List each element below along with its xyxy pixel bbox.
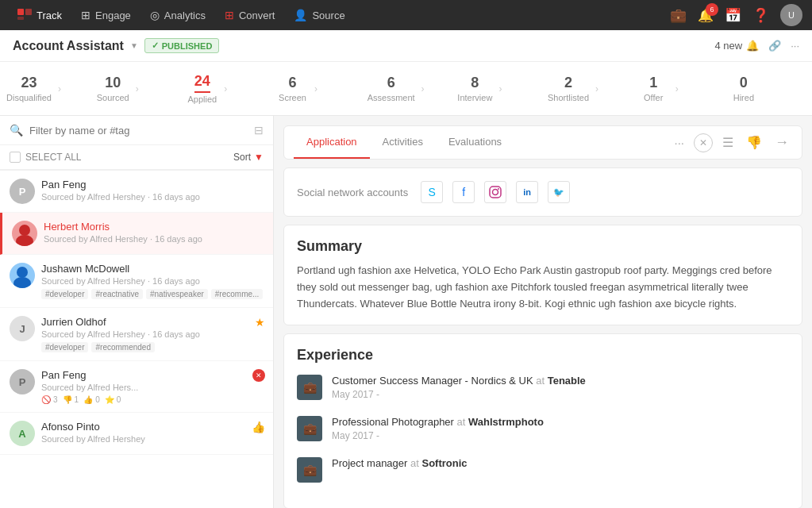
facebook-icon[interactable]: f [452, 181, 475, 203]
nav-engage[interactable]: ⊞ Engage [73, 4, 139, 26]
right-panel: Application Activities Evaluations ··· ✕… [274, 116, 812, 508]
skype-icon[interactable]: S [421, 181, 443, 203]
experience-item: 💼 Customer Success Manager - Nordics & U… [297, 375, 789, 403]
left-panel: 🔍 ⊟ SELECT ALL Sort ▼ P Pan Feng Sourced… [0, 116, 274, 508]
linkedin-icon[interactable]: in [516, 181, 538, 203]
star-icon: ⭐ [105, 395, 114, 404]
pipeline-step-disqualified[interactable]: 23 Disqualified › [0, 71, 90, 106]
tab-application[interactable]: Application [294, 126, 370, 159]
step-label: Offer [644, 93, 663, 102]
arrow-icon: › [498, 83, 502, 94]
main: 🔍 ⊟ SELECT ALL Sort ▼ P Pan Feng Sourced… [0, 116, 812, 508]
step-label: Disqualified [6, 93, 52, 102]
score-thumbup: 👍 0 [83, 395, 100, 404]
block-icon: 🚫 [41, 395, 51, 404]
share-icon[interactable]: 🔗 [768, 40, 781, 52]
select-all-label: SELECT ALL [25, 152, 82, 163]
bell-icon[interactable]: 🔔 [746, 40, 759, 52]
step-count: 23 [21, 75, 37, 91]
forward-arrow-icon[interactable]: → [772, 131, 792, 154]
candidate-item[interactable]: P Pan Feng Sourced by Alfred Hers... 🚫 3… [0, 361, 273, 413]
svg-rect-0 [17, 9, 24, 15]
pipeline-step-hired[interactable]: 0 Hired [722, 71, 812, 106]
arrow-icon: › [595, 83, 598, 94]
step-label: Interview [457, 93, 492, 102]
step-count: 10 [105, 75, 121, 91]
tab-evaluations[interactable]: Evaluations [436, 126, 514, 159]
search-input[interactable] [29, 125, 248, 137]
close-icon[interactable]: ✕ [694, 133, 713, 152]
instagram-icon[interactable] [484, 181, 506, 203]
svg-point-4 [16, 235, 33, 246]
help-icon[interactable]: ❓ [752, 7, 769, 24]
thumbup-icon: 👍 [83, 395, 93, 404]
nav-source[interactable]: 👤 Source [286, 4, 352, 26]
filter-icon[interactable]: ⊟ [254, 124, 264, 137]
checklist-icon[interactable]: ☰ [719, 132, 737, 153]
candidate-meta: Sourced by Alfred Hershey · 16 days ago [41, 192, 264, 202]
star-badge-icon: ★ [255, 316, 265, 329]
svg-point-6 [13, 277, 31, 288]
dislike-icon[interactable]: 👎 [743, 132, 765, 153]
twitter-icon[interactable]: 🐦 [548, 181, 570, 203]
sort-dropdown-icon: ▼ [254, 152, 264, 163]
candidate-item[interactable]: Jushawn McDowell Sourced by Alfred Hersh… [0, 255, 273, 308]
subheader: Account Assistant ▼ ✓ PUBLISHED 4 new 🔔 … [0, 30, 812, 62]
pipeline-step-assessment[interactable]: 6 Assessment › [361, 71, 452, 106]
tab-activities[interactable]: Activities [370, 126, 436, 159]
candidate-info: Jurrien Oldhof Sourced by Alfred Hershey… [41, 316, 264, 352]
candidate-avatar: P [10, 179, 35, 204]
more-options-icon[interactable]: ··· [791, 40, 799, 52]
subheader-left: Account Assistant ▼ ✓ PUBLISHED [13, 38, 219, 53]
nav-analytics[interactable]: ◎ Analytics [142, 4, 214, 26]
candidate-item[interactable]: P Pan Feng Sourced by Alfred Hershey · 1… [0, 170, 273, 213]
candidate-info: Jushawn McDowell Sourced by Alfred Hersh… [41, 263, 264, 299]
new-count: 4 new [714, 40, 742, 52]
candidate-avatar: P [10, 369, 35, 394]
candidate-tags: #developer #recommended [41, 342, 264, 352]
more-options-button[interactable]: ··· [671, 133, 687, 152]
briefcase-icon[interactable]: 💼 [670, 7, 687, 24]
pipeline-step-screen[interactable]: 6 Screen › [271, 71, 361, 106]
checkmark-icon: ✓ [152, 40, 159, 51]
pipeline: 23 Disqualified › 10 Sourced › 24 Applie… [0, 62, 812, 116]
pipeline-step-shortlisted[interactable]: 2 Shortlisted › [541, 71, 632, 106]
step-label: Sourced [97, 93, 129, 102]
nav-track-label: Track [37, 10, 62, 21]
candidate-item[interactable]: J Jurrien Oldhof Sourced by Alfred Hersh… [0, 308, 273, 361]
account-dropdown-arrow[interactable]: ▼ [130, 41, 138, 50]
nav-convert[interactable]: ⊞ Convert [217, 4, 283, 26]
social-icons: S f in 🐦 [421, 181, 570, 203]
candidate-info: Herbert Morris Sourced by Alfred Hershey… [44, 221, 264, 244]
candidate-name: Pan Feng [41, 369, 264, 381]
pipeline-step-interview[interactable]: 8 Interview › [451, 71, 541, 106]
step-count: 2 [564, 75, 572, 91]
nav-convert-label: Convert [239, 10, 275, 21]
company-icon: 💼 [297, 416, 322, 441]
notifications-icon[interactable]: 🔔 6 [698, 8, 714, 23]
user-avatar[interactable]: U [780, 4, 802, 26]
nav-analytics-label: Analytics [164, 10, 206, 21]
pipeline-step-applied[interactable]: 24 Applied › [180, 70, 271, 107]
pipeline-step-offer[interactable]: 1 Offer › [632, 71, 722, 106]
step-count: 6 [289, 75, 297, 91]
sort-button[interactable]: Sort ▼ [233, 152, 264, 163]
candidate-avatar: A [10, 421, 35, 446]
step-count: 8 [471, 75, 479, 91]
exp-details: Customer Success Manager - Nordics & UK … [332, 375, 789, 403]
candidate-item[interactable]: Herbert Morris Sourced by Alfred Hershey… [0, 213, 273, 255]
pipeline-step-sourced[interactable]: 10 Sourced › [90, 71, 181, 106]
nav-track[interactable]: Track [10, 4, 70, 27]
select-all-checkbox[interactable] [10, 152, 21, 163]
exp-role: Project manager at Softronic [332, 457, 789, 469]
arrow-icon: › [136, 83, 139, 94]
new-notification: 4 new 🔔 [714, 40, 759, 52]
candidates-list: P Pan Feng Sourced by Alfred Hershey · 1… [0, 170, 273, 508]
calendar-icon[interactable]: 📅 [725, 7, 741, 24]
convert-icon: ⊞ [225, 9, 234, 21]
thumbdown-icon: 👎 [63, 395, 72, 404]
candidate-item[interactable]: A Afonso Pinto Sourced by Alfred Hershey… [0, 413, 273, 455]
step-count: 24 [194, 73, 210, 93]
candidate-meta: Sourced by Alfred Hershey · 16 days ago [41, 276, 264, 286]
candidate-avatar [10, 263, 35, 288]
